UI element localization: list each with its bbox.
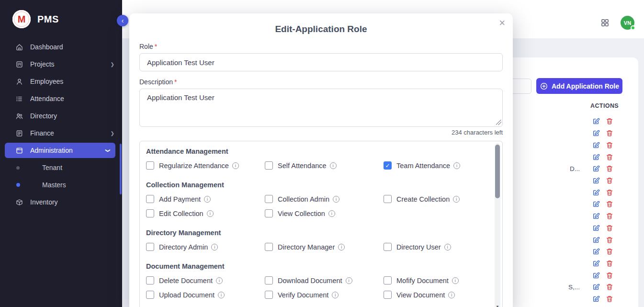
delete-icon[interactable] xyxy=(606,153,613,161)
info-icon[interactable]: i xyxy=(448,292,455,298)
checkbox-unchecked-icon[interactable] xyxy=(265,209,273,217)
edit-icon[interactable] xyxy=(592,117,600,125)
info-icon[interactable]: i xyxy=(332,292,339,298)
info-icon[interactable]: i xyxy=(444,244,451,250)
permission-item[interactable]: Self Attendancei xyxy=(265,161,384,170)
permission-item[interactable]: Edit Collectioni xyxy=(146,209,265,217)
info-icon[interactable]: i xyxy=(216,277,223,284)
add-application-role-button[interactable]: Add Application Role xyxy=(536,78,622,94)
checkbox-unchecked-icon[interactable] xyxy=(146,276,154,284)
delete-icon[interactable] xyxy=(606,272,613,279)
delete-icon[interactable] xyxy=(606,200,613,208)
sidebar-item-employees[interactable]: Employees xyxy=(0,73,122,90)
checkbox-unchecked-icon[interactable] xyxy=(146,161,154,170)
edit-icon[interactable] xyxy=(592,129,600,137)
delete-icon[interactable] xyxy=(606,248,613,255)
checkbox-checked-icon[interactable]: ✓ xyxy=(384,161,392,170)
sidebar-collapse-button[interactable]: ‹ xyxy=(117,15,128,26)
delete-icon[interactable] xyxy=(606,129,613,137)
sidebar-subitem-masters[interactable]: Masters xyxy=(0,176,122,193)
info-icon[interactable]: i xyxy=(330,162,337,169)
edit-icon[interactable] xyxy=(592,295,600,303)
permission-item[interactable]: View Collectioni xyxy=(265,209,384,217)
permission-item[interactable]: Directory Manageri xyxy=(265,243,384,251)
checkbox-unchecked-icon[interactable] xyxy=(146,209,154,217)
sidebar-item-dashboard[interactable]: Dashboard xyxy=(0,38,122,56)
edit-icon[interactable] xyxy=(592,141,600,149)
permission-item[interactable]: Create Collectioni xyxy=(384,195,486,203)
permission-item[interactable]: Upload Documenti xyxy=(146,291,265,299)
delete-icon[interactable] xyxy=(606,117,613,125)
sidebar-item-attendance[interactable]: Attendance xyxy=(0,90,122,107)
delete-icon[interactable] xyxy=(606,165,613,172)
permission-item[interactable]: Delete Documenti xyxy=(146,276,265,284)
edit-icon[interactable] xyxy=(592,236,600,244)
info-icon[interactable]: i xyxy=(333,196,339,203)
delete-icon[interactable] xyxy=(606,189,613,196)
delete-icon[interactable] xyxy=(606,212,613,220)
checkbox-unchecked-icon[interactable] xyxy=(265,243,273,251)
checkbox-unchecked-icon[interactable] xyxy=(146,195,154,203)
edit-icon[interactable] xyxy=(592,260,600,267)
edit-icon[interactable] xyxy=(592,212,600,220)
edit-icon[interactable] xyxy=(592,165,600,172)
description-textarea[interactable]: Application Test User xyxy=(139,89,503,127)
edit-icon[interactable] xyxy=(592,283,600,291)
info-icon[interactable]: i xyxy=(453,162,460,169)
checkbox-unchecked-icon[interactable] xyxy=(384,243,392,251)
delete-icon[interactable] xyxy=(606,295,613,303)
sidebar-item-administration[interactable]: Administration❯ xyxy=(5,143,115,158)
permission-item[interactable]: Mofify Documenti xyxy=(384,276,486,284)
delete-icon[interactable] xyxy=(606,260,613,267)
delete-icon[interactable] xyxy=(606,224,613,232)
edit-icon[interactable] xyxy=(592,189,600,196)
avatar[interactable]: VN xyxy=(621,16,634,30)
sidebar-item-projects[interactable]: Projects❯ xyxy=(0,56,122,73)
sidebar-item-inventory[interactable]: Inventory xyxy=(0,193,122,211)
info-icon[interactable]: i xyxy=(453,196,460,203)
scroll-down-icon[interactable]: ▼ xyxy=(495,305,500,307)
sidebar-item-directory[interactable]: Directory xyxy=(0,107,122,125)
scrollbar-thumb[interactable] xyxy=(495,145,500,198)
sidebar-subitem-tenant[interactable]: Tenant xyxy=(0,159,122,176)
delete-icon[interactable] xyxy=(606,236,613,244)
info-icon[interactable]: i xyxy=(211,244,218,250)
info-icon[interactable]: i xyxy=(452,277,459,284)
delete-icon[interactable] xyxy=(606,177,613,184)
info-icon[interactable]: i xyxy=(338,244,345,250)
edit-icon[interactable] xyxy=(592,153,600,161)
scrollbar[interactable]: ▼ xyxy=(495,143,500,307)
checkbox-unchecked-icon[interactable] xyxy=(265,291,273,299)
permission-item[interactable]: Regularize Attendancei xyxy=(146,161,265,170)
role-input[interactable] xyxy=(139,53,503,71)
edit-icon[interactable] xyxy=(592,200,600,208)
info-icon[interactable]: i xyxy=(204,196,211,203)
checkbox-unchecked-icon[interactable] xyxy=(384,195,392,203)
info-icon[interactable]: i xyxy=(232,162,239,169)
info-icon[interactable]: i xyxy=(328,210,335,217)
checkbox-unchecked-icon[interactable] xyxy=(265,276,273,284)
info-icon[interactable]: i xyxy=(346,277,352,284)
permission-item[interactable]: Verify Documenti xyxy=(265,291,384,299)
checkbox-unchecked-icon[interactable] xyxy=(146,243,154,251)
permission-item[interactable]: Add Paymenti xyxy=(146,195,265,203)
permission-item[interactable]: Directory Admini xyxy=(146,243,265,251)
edit-icon[interactable] xyxy=(592,272,600,279)
edit-icon[interactable] xyxy=(592,224,600,232)
permission-item[interactable]: Directory Useri xyxy=(384,243,486,251)
checkbox-unchecked-icon[interactable] xyxy=(384,291,392,299)
close-icon[interactable]: × xyxy=(499,18,505,28)
checkbox-unchecked-icon[interactable] xyxy=(265,195,273,203)
apps-grid-icon[interactable] xyxy=(600,18,610,27)
edit-icon[interactable] xyxy=(592,177,600,184)
checkbox-unchecked-icon[interactable] xyxy=(384,276,392,284)
info-icon[interactable]: i xyxy=(218,292,225,298)
sidebar-item-finance[interactable]: Finance❯ xyxy=(0,125,122,142)
delete-icon[interactable] xyxy=(606,141,613,149)
resize-grip-icon[interactable] xyxy=(496,120,501,125)
permission-item[interactable]: Download Documenti xyxy=(265,276,384,284)
checkbox-unchecked-icon[interactable] xyxy=(265,161,273,170)
permission-item[interactable]: Collection Admini xyxy=(265,195,384,203)
delete-icon[interactable] xyxy=(606,283,613,291)
edit-icon[interactable] xyxy=(592,248,600,255)
